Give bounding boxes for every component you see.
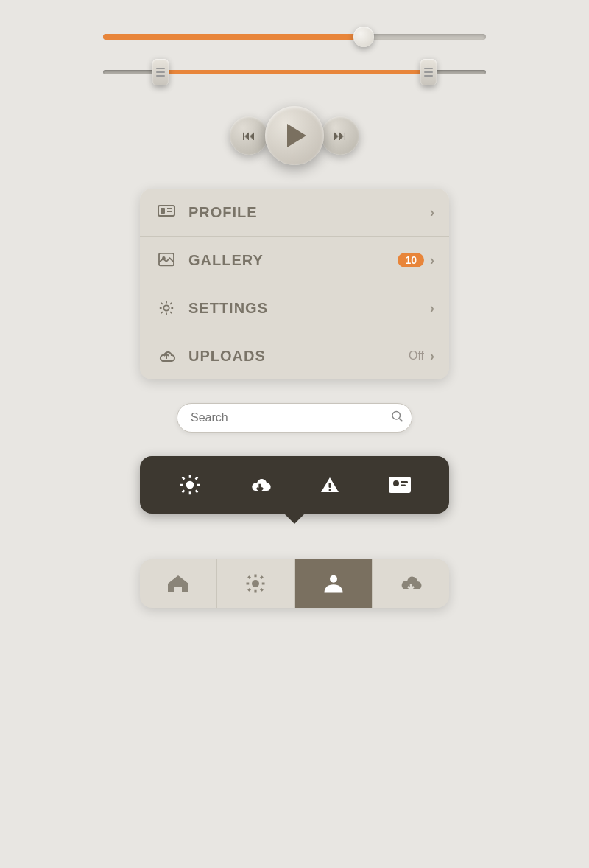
gallery-badge: 10: [398, 253, 424, 267]
gallery-chevron: ›: [430, 253, 434, 268]
grip-line: [424, 75, 433, 77]
svg-point-9: [186, 481, 194, 489]
search-input[interactable]: [177, 403, 412, 433]
svg-rect-1: [161, 208, 165, 214]
range-fill: [161, 70, 428, 74]
search-container: [177, 403, 412, 433]
svg-rect-10: [328, 483, 331, 488]
menu-item-gallery[interactable]: GALLERY 10 ›: [140, 237, 449, 284]
grip-line: [424, 71, 433, 73]
tab-home[interactable]: [140, 559, 217, 608]
settings-label: SETTINGS: [188, 300, 430, 317]
svg-rect-15: [401, 485, 406, 487]
toolbar-download-button[interactable]: [241, 466, 278, 503]
media-controls: [233, 106, 356, 165]
tab-bar: [140, 559, 449, 608]
uploads-chevron: ›: [430, 349, 434, 364]
svg-point-7: [392, 412, 401, 420]
uploads-label: UPLOADS: [188, 348, 409, 365]
menu-list: PROFILE › GALLERY 10 › SETTIN: [140, 189, 449, 379]
menu-item-settings[interactable]: SETTINGS ›: [140, 284, 449, 332]
slider-thumb[interactable]: [353, 27, 374, 47]
svg-rect-14: [401, 481, 408, 483]
tab-cloud[interactable]: [373, 559, 449, 608]
svg-point-18: [330, 575, 337, 583]
profile-chevron: ›: [430, 205, 434, 220]
single-slider[interactable]: [103, 29, 486, 44]
range-thumb-left[interactable]: [152, 59, 169, 85]
gallery-label: GALLERY: [188, 252, 398, 269]
slider-fill: [103, 34, 364, 40]
toolbar-settings-button[interactable]: [172, 466, 208, 503]
menu-item-profile[interactable]: PROFILE ›: [140, 189, 449, 237]
tab-settings[interactable]: [217, 559, 294, 608]
forward-icon: [334, 128, 347, 144]
svg-point-17: [252, 580, 259, 587]
grip-line: [156, 68, 165, 69]
slider-track: [103, 34, 486, 40]
grip-line: [156, 75, 165, 77]
sliders-section: [74, 29, 515, 83]
settings-icon: [155, 296, 178, 320]
toolbar-idcard-button[interactable]: [381, 466, 418, 503]
rewind-button[interactable]: [230, 116, 268, 155]
grip-line: [156, 71, 165, 73]
grip-line: [424, 68, 433, 69]
svg-rect-16: [176, 588, 180, 592]
forward-button[interactable]: [321, 116, 359, 155]
svg-rect-12: [389, 477, 411, 493]
range-slider[interactable]: [103, 62, 486, 83]
svg-point-13: [393, 480, 399, 486]
uploads-icon: [155, 344, 178, 368]
profile-icon: [155, 200, 178, 224]
range-thumb-right[interactable]: [420, 59, 437, 85]
toolbar-alert-button[interactable]: [311, 466, 348, 503]
search-button[interactable]: [390, 410, 403, 427]
svg-point-6: [163, 305, 169, 310]
play-button[interactable]: [265, 106, 324, 165]
svg-line-8: [399, 419, 402, 421]
profile-label: PROFILE: [188, 204, 430, 221]
uploads-status: Off: [409, 349, 424, 363]
svg-point-11: [328, 489, 331, 491]
rewind-icon: [242, 128, 255, 144]
tab-profile[interactable]: [295, 559, 373, 608]
settings-chevron: ›: [430, 301, 434, 316]
dark-toolbar: [140, 456, 449, 514]
menu-item-uploads[interactable]: UPLOADS Off ›: [140, 332, 449, 379]
gallery-icon: [155, 248, 178, 272]
